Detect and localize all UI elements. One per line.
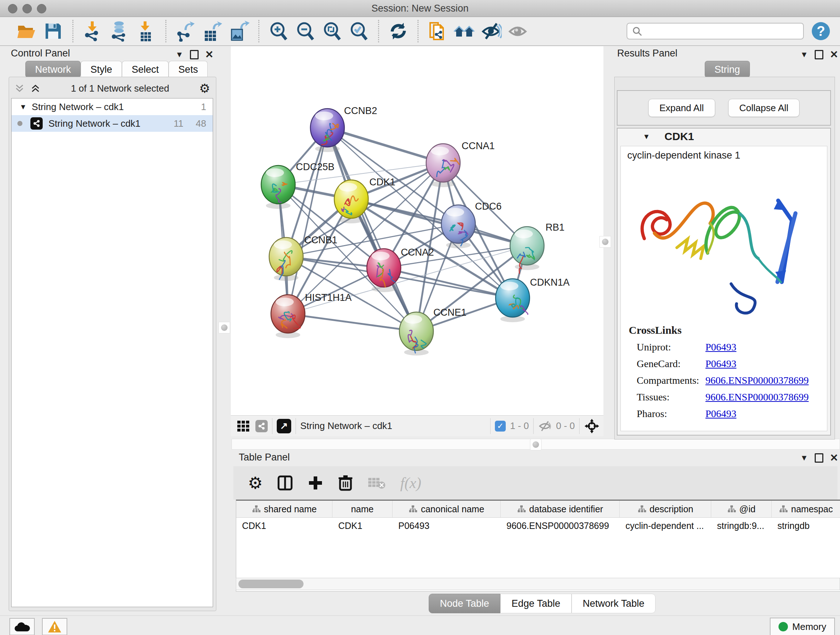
- node-cdc25b[interactable]: [261, 165, 295, 209]
- network-options-gear-icon[interactable]: ⚙: [199, 81, 210, 96]
- panel-menu-icon[interactable]: ▼: [175, 50, 183, 59]
- node-rb1[interactable]: [510, 226, 544, 273]
- table-cell[interactable]: stringdb:9...: [711, 518, 772, 534]
- table-cell[interactable]: P06493: [393, 518, 501, 534]
- pan-crosshair-icon[interactable]: [584, 418, 600, 434]
- birdseye-grid-icon[interactable]: [237, 419, 250, 433]
- node-cdc6[interactable]: [441, 205, 475, 249]
- tab-select[interactable]: Select: [122, 61, 169, 78]
- show-columns-icon[interactable]: [277, 475, 293, 491]
- panel-float-icon[interactable]: [815, 453, 823, 463]
- column-header--id[interactable]: @id: [711, 501, 772, 517]
- network-graph[interactable]: CCNB2CCNA1CDC25BCDK1CDC6RB1CCNB1CCNA2CDK…: [231, 46, 603, 415]
- table-horizontal-scrollbar[interactable]: [236, 578, 840, 590]
- tab-network[interactable]: Network: [25, 61, 81, 78]
- zoom-fit-button[interactable]: [321, 19, 344, 43]
- panel-float-icon[interactable]: [815, 50, 823, 59]
- tab-string[interactable]: String: [705, 61, 750, 78]
- left-splitter-handle[interactable]: [218, 322, 230, 333]
- delete-table-icon[interactable]: [368, 477, 386, 489]
- column-header-namespac[interactable]: namespac: [772, 501, 840, 517]
- export-image-button[interactable]: [227, 19, 251, 43]
- function-builder-icon[interactable]: f(x): [400, 474, 421, 492]
- search-input[interactable]: [643, 26, 799, 36]
- node-hist1h1a[interactable]: [271, 295, 305, 338]
- zoom-in-button[interactable]: [267, 19, 290, 43]
- copy-network-button[interactable]: [426, 19, 449, 43]
- expand-all-button[interactable]: Expand All: [648, 99, 715, 117]
- column-header-shared-name[interactable]: shared name: [236, 501, 332, 517]
- hide-selected-button[interactable]: [480, 19, 503, 43]
- table-options-gear-icon[interactable]: ⚙: [248, 473, 263, 493]
- panel-close-icon[interactable]: ✕: [205, 49, 213, 60]
- table-cell[interactable]: cyclin-dependent ...: [620, 518, 711, 534]
- collection-expand-icon[interactable]: ▼: [19, 103, 27, 111]
- table-cell[interactable]: stringdb: [772, 518, 840, 534]
- table-cell[interactable]: CDK1: [332, 518, 393, 534]
- current-network-dot: [17, 121, 22, 126]
- node-cdkn1a[interactable]: [496, 279, 530, 322]
- show-graphics-details-button[interactable]: [507, 19, 530, 43]
- crosslink-link[interactable]: P06493: [706, 341, 737, 353]
- table-cell[interactable]: 9606.ENSP00000378699: [501, 518, 620, 534]
- tab-network-table[interactable]: Network Table: [572, 594, 656, 613]
- gene-collapse-icon[interactable]: ▼: [643, 133, 650, 141]
- tab-sets[interactable]: Sets: [169, 61, 208, 78]
- panel-close-icon[interactable]: ✕: [830, 452, 838, 464]
- bottom-splitter-handle[interactable]: [530, 439, 542, 450]
- export-table-button[interactable]: [201, 19, 224, 43]
- column-header-description[interactable]: description: [620, 501, 711, 517]
- scrollbar-thumb[interactable]: [238, 580, 303, 588]
- string-view-icon[interactable]: [256, 420, 268, 432]
- network-row[interactable]: String Network – cdk1 11 48: [11, 115, 213, 132]
- column-header-canonical-name[interactable]: canonical name: [393, 501, 501, 517]
- add-column-icon[interactable]: [308, 475, 324, 491]
- node-ccne1[interactable]: [399, 312, 433, 356]
- save-session-button[interactable]: [42, 19, 65, 43]
- open-session-button[interactable]: [15, 19, 38, 43]
- network-canvas[interactable]: CCNB2CCNA1CDC25BCDK1CDC6RB1CCNB1CCNA2CDK…: [231, 46, 603, 415]
- panel-menu-icon[interactable]: ▼: [800, 453, 808, 463]
- refresh-view-button[interactable]: [387, 19, 410, 43]
- tab-edge-table[interactable]: Edge Table: [500, 594, 572, 613]
- node-ccnb1[interactable]: [269, 238, 303, 281]
- tab-node-table[interactable]: Node Table: [429, 594, 500, 613]
- memory-button[interactable]: Memory: [770, 618, 835, 635]
- node-ccnb2[interactable]: [310, 109, 344, 152]
- warnings-button[interactable]: [42, 618, 67, 635]
- column-header-name[interactable]: name: [332, 501, 393, 517]
- delete-column-trash-icon[interactable]: [338, 475, 353, 491]
- tab-style[interactable]: Style: [81, 61, 122, 78]
- show-all-nodes-button[interactable]: [453, 19, 476, 43]
- gene-section-header[interactable]: ▼ CDK1: [617, 128, 830, 144]
- node-label-ccna1: CCNA1: [462, 141, 495, 151]
- panel-menu-icon[interactable]: ▼: [800, 50, 808, 59]
- crosslink-link[interactable]: 9606.ENSP00000378699: [706, 391, 808, 403]
- network-collection-row[interactable]: ▼ String Network – cdk1 1: [11, 98, 213, 115]
- cloud-status-button[interactable]: [9, 618, 35, 635]
- crosslink-link[interactable]: P06493: [706, 358, 737, 370]
- crosslink-link[interactable]: 9606.ENSP00000378699: [706, 375, 808, 386]
- collapse-all-icon[interactable]: [14, 83, 25, 94]
- node-ccna1[interactable]: [426, 144, 460, 187]
- zoom-out-button[interactable]: [294, 19, 317, 43]
- import-network-database-button[interactable]: [108, 19, 131, 43]
- help-button[interactable]: ?: [812, 22, 830, 40]
- import-network-file-button[interactable]: [81, 19, 104, 43]
- hidden-eye-slash-icon[interactable]: [538, 420, 553, 432]
- export-network-button[interactable]: [174, 19, 197, 43]
- open-in-window-icon[interactable]: ↗: [277, 419, 291, 433]
- zoom-selected-button[interactable]: [347, 19, 370, 43]
- import-table-button[interactable]: [134, 19, 158, 43]
- right-splitter-handle[interactable]: [600, 236, 611, 248]
- table-cell[interactable]: CDK1: [236, 518, 332, 534]
- table-row[interactable]: CDK1CDK1P064939606.ENSP00000378699cyclin…: [236, 518, 840, 534]
- collapse-all-button[interactable]: Collapse All: [728, 99, 800, 117]
- column-header-database-identifier[interactable]: database identifier: [501, 501, 620, 517]
- panel-float-icon[interactable]: [190, 50, 199, 59]
- panel-close-icon[interactable]: ✕: [830, 49, 838, 60]
- selected-checkbox-icon[interactable]: ✓: [495, 421, 506, 432]
- expand-all-icon[interactable]: [30, 83, 41, 94]
- search-field[interactable]: [627, 23, 804, 40]
- crosslink-link[interactable]: P06493: [706, 408, 737, 420]
